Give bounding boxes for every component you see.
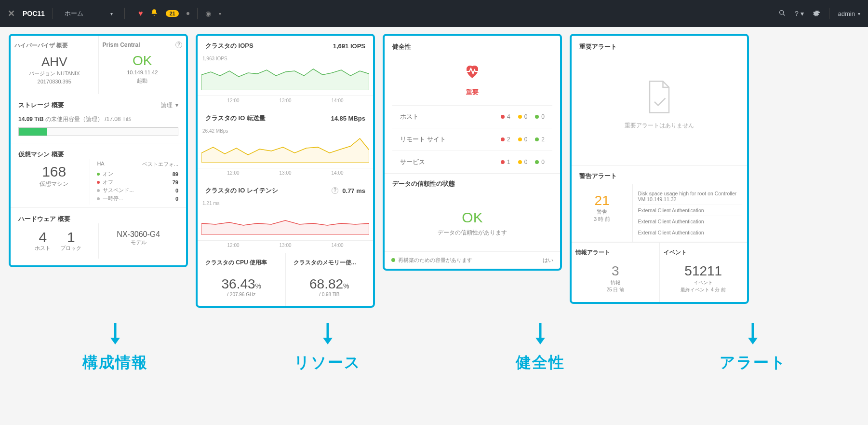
chevron-down-icon: ▾ [219,11,221,16]
nav-home-dropdown[interactable]: ホーム ▾ [61,7,117,20]
memory-usage-card[interactable]: クラスタのメモリー使... 68.82% / 0.98 TiB [286,253,374,306]
separator [53,8,53,19]
hypervisor-card[interactable]: ハイパーバイザ 概要 AHV バージョン NUTANIX 20170830.39… [11,36,99,94]
health-row[interactable]: サービス100 [392,151,552,173]
vm-stat-row: オン89 [97,170,178,178]
warning-item[interactable]: External Client Authentication [638,205,742,216]
cpu-usage-card[interactable]: クラスタの CPU 使用率 36.43% / 207.96 GHz [198,253,286,306]
svg-point-0 [780,10,784,14]
cluster-name[interactable]: POC11 [23,10,45,17]
status-dot-icon [391,258,395,262]
storage-free-label: の未使用容量（論理） [45,116,103,123]
time-tick: 13:00 [279,170,291,176]
warning-item[interactable]: External Client Authentication [638,227,742,238]
hardware-card[interactable]: ハードウェア 概要 4ホスト 1ブロック NX-3060-G4 モデル [11,208,186,265]
health-row[interactable]: リモート サイト202 [392,128,552,151]
events-card[interactable]: イベント 51211 イベント 最終イベント 4 分 前 [660,243,748,302]
lat-title: クラスタの IO レイテンシ [205,186,278,195]
health-card[interactable]: 健全性 重要 ホスト400リモート サイト202サービス100 [385,36,560,174]
user-menu[interactable]: admin ▾ [838,10,860,17]
hypervisor-name: AHV [14,55,94,69]
hypervisor-title: ハイパーバイザ 概要 [14,41,94,50]
storage-total: /17.08 TiB [105,116,131,123]
vm-summary-card[interactable]: 仮想マシン 概要 168 仮想マシン HAベストエフォ... オン89オフ79サ… [11,143,186,208]
rebuild-yes: はい [543,257,553,264]
lat-peak: 1.21 ms [198,201,373,206]
help-icon[interactable]: ? [175,41,182,48]
rebuild-msg: 再構築のための容量があります [398,257,472,263]
warning-count: 21 [574,193,629,208]
task-gear-icon[interactable]: ◉ [205,10,211,17]
hw-model-label: モデル [102,239,176,246]
chevron-down-icon: ▾ [110,11,113,16]
separator [829,8,829,19]
ha-mode: ベストエフォ... [142,161,178,168]
section-label-resource: リソース [221,352,434,373]
help-icon[interactable]: ? [332,187,338,194]
info-alert-card[interactable]: 情報アラート 3 情報 25 日 前 [572,243,660,302]
health-heart-icon[interactable]: ♥ [138,9,143,18]
storage-title: ストレージ 概要 [18,101,64,110]
info-count: 3 [575,263,655,279]
vm-stat-row: サスペンド...0 [97,186,178,194]
prism-central-card[interactable]: Prism Central? OK 10.149.11.42 起動 [99,36,187,94]
mem-detail: / 0.98 TiB [294,292,366,297]
settings-gear-icon[interactable] [813,9,820,18]
iops-chart[interactable]: クラスタの IOPS1,691 IOPS 1,963 IOPS 12:0013:… [198,36,373,108]
events-title: イベント [664,248,744,257]
section-label-config: 構成情報 [9,352,221,373]
critical-alert-card[interactable]: 重要アラート 重要アラートはありません [572,36,747,166]
integrity-card[interactable]: データの信頼性の状態 OK データの信頼性があります 再構築のための容量がありま… [385,174,560,269]
alert-count-badge[interactable]: 21 [166,10,178,17]
warning-alert-card[interactable]: 警告アラート 21 警告 3 時 前 Disk space usage high… [572,166,747,242]
integrity-title: データの信頼性の状態 [392,179,455,188]
prism-state: 起動 [103,77,183,85]
admin-label: admin [838,10,855,17]
prism-status: OK [103,53,183,69]
heart-icon [392,63,552,84]
chevron-down-icon: ▾ [175,102,178,109]
status-dot-icon [187,12,189,15]
alert-bell-icon[interactable] [150,9,158,18]
help-icon[interactable]: ? ▾ [795,10,804,17]
cpu-title: クラスタの CPU 使用率 [205,259,278,267]
host-count: 4 [35,230,51,245]
events-count: 51211 [664,263,744,279]
bandwidth-chart[interactable]: クラスタの IO 転送量14.85 MBps 26.42 MBps 12:001… [198,108,373,180]
alert-box: 重要アラート 重要アラートはありません 警告アラート 21 警告 3 時 前 [570,34,749,304]
arrow-down-icon [221,323,434,344]
bw-peak: 26.42 MBps [198,128,373,134]
latency-chart[interactable]: クラスタの IO レイテンシ?0.77 ms 1.21 ms 12:0013:0… [198,180,373,253]
search-icon[interactable] [778,9,786,18]
warning-item[interactable]: Disk space usage high for root on Contro… [638,188,742,205]
health-row[interactable]: ホスト400 [392,105,552,128]
host-label: ホスト [35,245,51,252]
time-tick: 13:00 [279,243,291,248]
time-tick: 14:00 [331,98,343,103]
time-tick: 14:00 [331,243,343,248]
lat-value: 0.77 ms [342,187,365,194]
health-title: 健全性 [392,42,411,51]
warning-alert-title: 警告アラート [579,172,617,180]
arrow-down-icon [434,323,647,344]
arrow-down-icon [9,323,221,344]
iops-peak: 1,963 IOPS [198,56,373,61]
bw-title: クラスタの IO 転送量 [205,114,266,123]
vm-title: 仮想マシン 概要 [18,150,64,159]
critical-alert-title: 重要アラート [579,42,617,51]
config-box: ハイパーバイザ 概要 AHV バージョン NUTANIX 20170830.39… [9,34,188,267]
storage-mode-dropdown[interactable]: 論理 ▾ [161,101,178,110]
cpu-pct: % [255,282,261,290]
bw-value: 14.85 MBps [331,115,365,122]
iops-title: クラスタの IOPS [205,41,254,50]
vm-count: 168 [18,164,90,180]
prism-title: Prism Central [103,41,140,48]
svg-marker-5 [323,338,333,344]
empty-file-icon [584,80,734,116]
svg-marker-9 [748,338,758,344]
storage-card[interactable]: ストレージ 概要 論理 ▾ 14.09 TiB の未使用容量（論理） /17.0… [11,94,186,143]
events-time: 最終イベント 4 分 前 [664,286,744,293]
nutanix-logo-icon: ✕ [8,8,15,19]
mem-value: 68.82 [309,276,343,291]
warning-item[interactable]: External Client Authentication [638,216,742,227]
